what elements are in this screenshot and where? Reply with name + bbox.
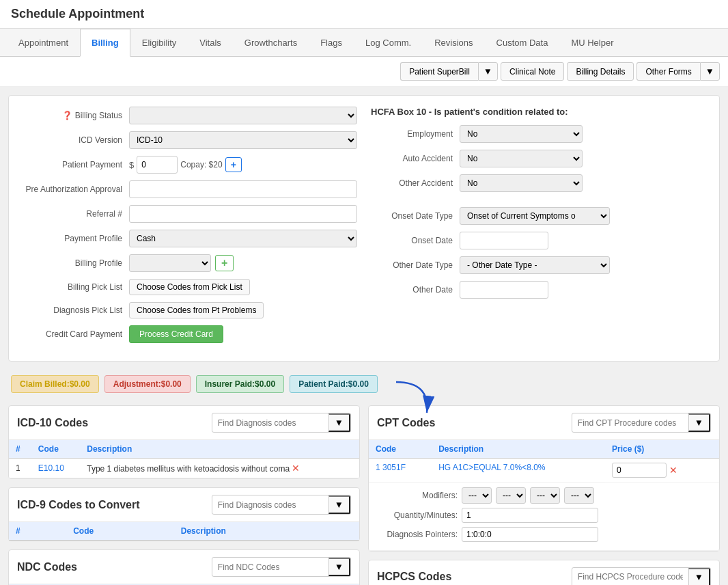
- billing-pick-list-label: Billing Pick List: [20, 282, 129, 292]
- tab-logcomm[interactable]: Log Comm.: [354, 29, 423, 56]
- tab-muhelper[interactable]: MU Helper: [559, 29, 625, 56]
- hcpcs-title: HCPCS Codes: [377, 571, 451, 583]
- employment-select[interactable]: No: [460, 125, 583, 143]
- icd9-section: ICD-9 Codes to Convert ▼ # Code Descript…: [8, 487, 360, 541]
- tab-flags[interactable]: Flags: [309, 29, 354, 56]
- clinical-note-button[interactable]: Clinical Note: [501, 62, 564, 81]
- patient-superbill-dropdown-button[interactable]: ▼: [478, 62, 498, 81]
- tab-vitals[interactable]: Vitals: [188, 29, 233, 56]
- tabs-bar: Appointment Billing Eligibility Vitals G…: [0, 29, 728, 57]
- hcpcs-find-input[interactable]: [572, 569, 688, 584]
- quantity-input[interactable]: [462, 508, 598, 523]
- onset-date-type-select[interactable]: Onset of Current Symptoms o: [460, 207, 610, 225]
- icd9-col-desc: Description: [174, 522, 359, 541]
- ndc-title: NDC Codes: [17, 561, 77, 573]
- payment-profile-select[interactable]: Cash: [129, 230, 357, 247]
- cpt-header: CPT Codes ▼: [369, 406, 719, 440]
- other-date-input[interactable]: [460, 281, 548, 299]
- modifier-1-select[interactable]: ---: [462, 487, 492, 504]
- tab-eligibility[interactable]: Eligibility: [130, 29, 188, 56]
- other-date-type-label: Other Date Type: [371, 260, 460, 270]
- tab-customdata[interactable]: Custom Data: [485, 29, 560, 56]
- process-credit-card-button[interactable]: Process Credit Card: [129, 325, 223, 343]
- ndc-find-input[interactable]: [212, 560, 328, 575]
- patient-payment-input[interactable]: [137, 156, 178, 174]
- onset-date-control: [460, 232, 708, 249]
- icd10-find-input[interactable]: [212, 416, 328, 431]
- diagnosis-pointers-input[interactable]: [462, 527, 598, 542]
- other-forms-button[interactable]: Other Forms: [636, 62, 699, 81]
- cpt-find-input[interactable]: [572, 416, 688, 431]
- diagnosis-pick-list-button[interactable]: Choose Codes from Pt Problems: [129, 302, 264, 318]
- ndc-header: NDC Codes ▼: [9, 550, 359, 584]
- icd9-find-button[interactable]: ▼: [328, 495, 350, 514]
- content-area: ❓ Billing Status ICD Version ICD-10 Pati…: [0, 87, 728, 585]
- icd9-find-input[interactable]: [212, 498, 328, 513]
- patient-superbill-button[interactable]: Patient SuperBill: [400, 62, 478, 81]
- payment-profile-control: Cash: [129, 230, 357, 247]
- cpt-row-code: 1 3051F: [369, 459, 432, 483]
- cpt-delete-button[interactable]: ✕: [669, 465, 677, 476]
- billing-profile-select[interactable]: [129, 254, 211, 272]
- cpt-row-desc: HG A1C>EQUAL 7.0%<8.0%: [432, 459, 605, 483]
- ndc-find-button[interactable]: ▼: [328, 558, 350, 576]
- table-row: 1 3051F HG A1C>EQUAL 7.0%<8.0% ✕: [369, 459, 719, 483]
- hcpcs-find-button[interactable]: ▼: [688, 568, 710, 586]
- icd10-delete-button[interactable]: ✕: [292, 463, 300, 474]
- modifier-4-select[interactable]: ---: [564, 487, 594, 504]
- employment-row: Employment No: [371, 125, 708, 143]
- icd10-row-num: 1: [9, 459, 31, 478]
- auto-accident-control: No: [460, 150, 708, 167]
- onset-date-input[interactable]: [460, 232, 548, 249]
- modifier-2-select[interactable]: ---: [496, 487, 526, 504]
- copay-text: Copay: $20: [180, 160, 222, 169]
- icd9-table: # Code Description: [9, 522, 359, 541]
- cpt-price-input[interactable]: [612, 463, 667, 478]
- hcpcs-section: HCPCS Codes ▼ Code Description Price ($): [368, 560, 720, 586]
- billing-details-button[interactable]: Billing Details: [567, 62, 634, 81]
- add-payment-button[interactable]: +: [225, 157, 242, 172]
- icd9-title: ICD-9 Codes to Convert: [17, 499, 140, 511]
- other-date-type-select[interactable]: - Other Date Type -: [460, 256, 610, 274]
- icd9-col-num: #: [9, 522, 66, 541]
- tab-appointment[interactable]: Appointment: [7, 29, 80, 56]
- referral-input[interactable]: [129, 205, 357, 223]
- diagnosis-pick-list-control: Choose Codes from Pt Problems: [129, 302, 357, 318]
- billing-profile-control: +: [129, 254, 357, 272]
- dollar-sign: $: [129, 160, 134, 170]
- icd10-find-button[interactable]: ▼: [328, 413, 350, 432]
- patient-superbill-split: Patient SuperBill ▼: [400, 62, 498, 81]
- auto-accident-select[interactable]: No: [460, 150, 583, 167]
- hcpcs-find-wrap: ▼: [572, 567, 711, 586]
- credit-card-row: Credit Card Payment Process Credit Card: [20, 325, 357, 343]
- other-accident-select[interactable]: No: [460, 174, 583, 192]
- icd10-row-desc: Type 1 diabetes mellitus with ketoacidos…: [80, 459, 359, 478]
- other-forms-dropdown-button[interactable]: ▼: [700, 62, 720, 81]
- billing-status-select[interactable]: [129, 107, 357, 124]
- adjustment-badge: Adjustment:$0.00: [104, 375, 191, 393]
- onset-date-type-label: Onset Date Type: [371, 211, 460, 221]
- tab-billing[interactable]: Billing: [80, 29, 130, 57]
- icd-version-control: ICD-10: [129, 131, 357, 149]
- panel-right: CPT Codes ▼ Code Description Price ($): [368, 405, 720, 585]
- ndc-find-wrap: ▼: [212, 557, 351, 577]
- add-billing-profile-button[interactable]: +: [215, 255, 234, 271]
- cpt-find-button[interactable]: ▼: [688, 413, 710, 432]
- billing-status-row: ❓ Billing Status: [20, 107, 357, 124]
- icd9-col-code: Code: [66, 522, 174, 541]
- cpt-code-link[interactable]: 1 3051F: [376, 463, 406, 472]
- tab-growthcharts[interactable]: Growthcharts: [233, 29, 309, 56]
- ndc-section: NDC Codes ▼ NDC Code Quantity Units Line…: [8, 549, 360, 585]
- patient-payment-control: $ Copay: $20 +: [129, 156, 357, 174]
- auto-accident-label: Auto Accident: [371, 154, 460, 163]
- billing-status-info-icon[interactable]: ❓: [62, 111, 72, 120]
- icd10-code-link[interactable]: E10.10: [38, 463, 64, 473]
- billing-profile-row: Billing Profile +: [20, 254, 357, 272]
- modifier-3-select[interactable]: ---: [530, 487, 560, 504]
- tab-revisions[interactable]: Revisions: [423, 29, 484, 56]
- pre-auth-label: Pre Authorization Approval: [20, 185, 129, 194]
- icd-version-select[interactable]: ICD-10: [129, 131, 357, 149]
- billing-pick-list-button[interactable]: Choose Codes from Pick List: [129, 279, 250, 295]
- pre-auth-input[interactable]: [129, 180, 357, 198]
- employment-label: Employment: [371, 129, 460, 139]
